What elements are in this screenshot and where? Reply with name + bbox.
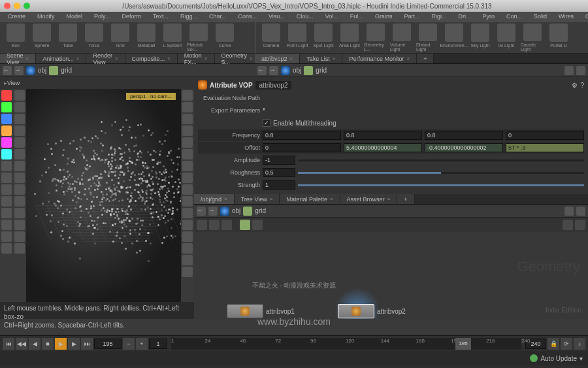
frequency-x[interactable] [263,131,341,140]
obj-icon[interactable] [26,66,35,75]
tab-motionfx[interactable]: Motion FX... × [178,54,215,63]
menu-deform[interactable]: Deform [116,12,146,22]
timeline-ruler[interactable]: 124487296120144168192195216240 [171,338,521,350]
tool-button-1[interactable] [14,102,25,112]
shelf-curve[interactable]: Curve [213,24,237,52]
auto-update-toggle[interactable]: Auto Update ▾ [530,354,583,362]
tab-sceneview[interactable]: Scene View × [0,54,36,63]
help-icon[interactable]: ? [580,82,584,89]
tool-button-8[interactable] [182,184,193,195]
menu-pyro[interactable]: Pyro ... [477,12,500,22]
minimize-window-icon[interactable] [14,3,20,9]
menu-part[interactable]: Part... [399,12,425,22]
tool-button-2[interactable] [1,114,12,124]
frame-inc-button[interactable]: + [136,338,148,350]
playhead[interactable]: 195 [455,338,471,350]
menu-rigg[interactable]: Rigg... [175,12,203,22]
start-frame-field[interactable] [149,339,167,349]
tool-button-13[interactable] [1,243,12,254]
tool-button-6[interactable] [14,161,25,171]
shelf-tube[interactable]: Tube [56,24,80,52]
tool-button-11[interactable] [14,220,25,230]
tool-button-10[interactable] [14,208,25,218]
tab-objgrid[interactable]: /obj/grid × [194,194,235,204]
tool-button-4[interactable] [14,137,25,148]
tool-button-3[interactable] [182,125,193,136]
menu-wires[interactable]: Wires [553,12,579,22]
multithread-checkbox[interactable]: ✓ [263,119,270,127]
tool-button-0[interactable] [14,90,25,101]
shelf-camera[interactable]: Camera [259,24,283,52]
frequency-w[interactable] [506,131,584,140]
menu-text[interactable]: Text... [148,12,174,22]
gear-icon[interactable] [576,207,585,216]
pin-icon[interactable] [564,207,574,216]
menu-grains[interactable]: Grains [370,12,398,22]
tool-button-3[interactable] [1,125,12,136]
path-node[interactable]: grid [255,207,266,214]
tool-button-7[interactable] [182,173,193,183]
tab-takelist[interactable]: Take List × [300,54,342,63]
menu-rigi[interactable]: Rigi... [426,12,451,22]
layout-icon[interactable] [563,220,573,230]
amplitude-field[interactable] [263,156,295,165]
tool-button-14[interactable] [182,255,193,265]
node-attribvop2[interactable]: attribvop2 [338,304,406,318]
shelf-grid[interactable]: Grid [108,24,132,52]
menu-crow[interactable]: Crow... [580,12,588,22]
menu-create[interactable]: Create [3,12,31,22]
obj-icon[interactable] [281,66,290,75]
tool-button-9[interactable] [14,196,25,207]
add-tab-button[interactable]: + [397,194,414,204]
tool-button-15[interactable] [182,267,193,277]
menu-dri[interactable]: Dri... [453,12,476,22]
tool-button-9[interactable] [1,196,12,207]
tab-composite[interactable]: Composite... × [125,54,178,63]
shelf-arealight[interactable]: Area Light [338,24,361,52]
tab-assetbrowser[interactable]: Asset Browser × [340,194,398,204]
roughness-field[interactable] [263,168,295,177]
tool-button-4[interactable] [1,137,12,148]
tool-button-1[interactable] [182,102,193,112]
options-icon[interactable] [575,220,585,230]
stop-button[interactable]: ■ [42,338,54,350]
obj-icon[interactable] [220,207,229,216]
tool-button-6[interactable] [182,161,193,171]
nav-back-icon[interactable]: ← [197,207,206,216]
path-obj[interactable]: obj [38,67,46,74]
shelf-skylight[interactable]: Sky Light [468,24,492,52]
tool-button-1[interactable] [1,102,12,112]
offset-w[interactable] [506,143,584,152]
shelf-volumelight[interactable]: Volume Light [390,24,414,52]
3d-viewport[interactable]: persp1 . no cam... [26,89,181,302]
list-view-icon[interactable] [197,220,207,230]
last-frame-button[interactable]: ⏭ [81,338,93,350]
tool-button-13[interactable] [182,243,193,254]
tool-button-0[interactable] [1,90,12,101]
node-attribvop1[interactable]: attribvop1 [227,304,295,318]
prev-frame-button[interactable]: ◀ [29,338,41,350]
grid-node-icon[interactable] [49,66,58,75]
range-lock-icon[interactable]: 🔒 [547,338,559,350]
strength-slider[interactable] [298,184,584,186]
tool-button-8[interactable] [14,184,25,195]
tab-performancemonitor[interactable]: Performance Monitor × [342,54,417,63]
realtime-icon[interactable]: ⟳ [561,338,572,350]
menu-modify[interactable]: Modify [32,12,60,22]
folder-icon[interactable] [240,220,250,230]
menu-clou[interactable]: Clou... [291,12,319,22]
path-obj[interactable]: obj [232,207,240,214]
tool-button-2[interactable] [14,114,25,124]
tool-button-12[interactable] [1,231,12,242]
shelf-gilight[interactable]: GI Light [495,24,518,52]
shelf-distantlight[interactable]: Distant Light [416,24,440,52]
shelf-sphere[interactable]: Sphere [30,24,54,52]
path-obj[interactable]: obj [293,67,301,74]
expand-icon[interactable] [252,220,263,230]
tool-button-7[interactable] [1,173,12,183]
node-name-field[interactable]: attribvop2 [255,81,292,90]
tool-button-5[interactable] [1,149,12,159]
tab-materialpalette[interactable]: Material Palette × [280,194,340,204]
offset-x[interactable] [263,143,341,152]
shelf-metaball[interactable]: Metaball [135,24,158,52]
